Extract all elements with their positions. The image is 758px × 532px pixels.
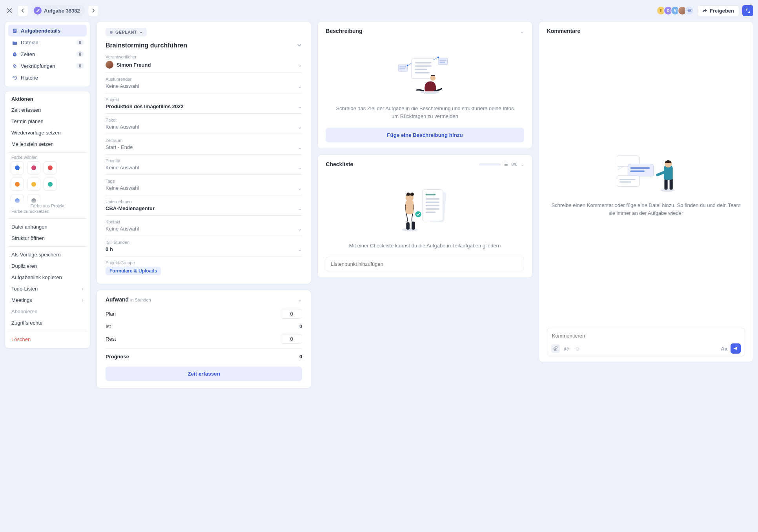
- task-title[interactable]: Brainstorming durchführen: [106, 42, 293, 49]
- color-swatch[interactable]: [11, 161, 24, 174]
- svg-rect-1: [13, 29, 16, 30]
- action-reminder[interactable]: Wiedervorlage setzen: [8, 127, 87, 138]
- field-tags[interactable]: Tags Keine Auswahl⌄: [106, 175, 302, 195]
- nav-history[interactable]: Historie: [8, 72, 87, 84]
- emoji-icon[interactable]: ☺: [573, 344, 582, 353]
- color-swatch[interactable]: [27, 161, 40, 174]
- action-copy-link[interactable]: Aufgabenlink kopieren: [8, 272, 87, 283]
- nav-times[interactable]: Zeiten 0: [8, 48, 87, 60]
- action-meetings[interactable]: Meetings›: [8, 294, 87, 306]
- color-swatch[interactable]: [44, 178, 57, 191]
- action-permissions[interactable]: Zugriffsrechte: [8, 317, 87, 329]
- action-open-structure[interactable]: Struktur öffnen: [8, 232, 87, 244]
- svg-point-44: [661, 189, 675, 192]
- checklist-panel: Checkliste ☰ 0/0 ⌄: [317, 154, 532, 278]
- svg-rect-25: [426, 198, 440, 200]
- svg-rect-42: [620, 179, 636, 180]
- format-toggle[interactable]: Aa: [721, 346, 727, 352]
- action-save-template[interactable]: Als Vorlage speichern: [8, 249, 87, 260]
- field-priority[interactable]: Priorität Keine Auswahl⌄: [106, 154, 302, 175]
- action-todo-lists[interactable]: Todo-Listen›: [8, 283, 87, 294]
- attach-icon[interactable]: [551, 344, 560, 353]
- action-track-time[interactable]: Zeit erfassen: [8, 104, 87, 116]
- chevron-down-icon: ⌄: [298, 83, 302, 89]
- svg-point-34: [406, 192, 410, 196]
- nav-next-button[interactable]: [88, 5, 99, 16]
- checklist-add-input[interactable]: [326, 257, 524, 271]
- field-package[interactable]: Paket Keine Auswahl⌄: [106, 114, 302, 134]
- svg-point-21: [430, 75, 436, 81]
- svg-rect-45: [665, 179, 668, 190]
- effort-plan-input[interactable]: [281, 309, 302, 319]
- checklist-empty-state: Mit einer Checkliste kannst du die Aufga…: [326, 170, 524, 254]
- action-subscribe[interactable]: Abonnieren: [8, 306, 87, 317]
- chevron-down-icon[interactable]: ⌄: [520, 28, 524, 34]
- chevron-down-icon: ⌄: [298, 144, 302, 150]
- mention-icon[interactable]: @: [562, 344, 571, 353]
- status-select[interactable]: GEPLANT: [106, 28, 147, 36]
- svg-rect-39: [630, 167, 650, 169]
- svg-rect-9: [415, 65, 432, 67]
- svg-rect-27: [426, 205, 440, 206]
- nav-label: Aufgabendetails: [21, 28, 60, 34]
- chevron-down-icon: ⌄: [298, 185, 302, 191]
- field-company[interactable]: Unternehmen CBA-Medienagentur⌄: [106, 195, 302, 216]
- action-duplicate[interactable]: Duplizieren: [8, 260, 87, 272]
- svg-rect-5: [14, 52, 15, 52]
- chevron-down-icon[interactable]: ⌄: [521, 162, 524, 167]
- close-button[interactable]: [5, 5, 14, 16]
- chevron-down-icon: ⌄: [298, 226, 302, 232]
- field-period[interactable]: Zeitraum Start - Ende⌄: [106, 134, 302, 154]
- svg-point-6: [110, 31, 113, 33]
- svg-rect-38: [628, 164, 653, 176]
- action-milestone[interactable]: Meilenstein setzen: [8, 138, 87, 150]
- nav-label: Dateien: [21, 40, 38, 45]
- color-swatch[interactable]: [27, 178, 40, 191]
- action-attach-file[interactable]: Datei anhängen: [8, 221, 87, 232]
- expand-button[interactable]: [742, 5, 753, 16]
- svg-rect-24: [426, 194, 436, 195]
- field-project[interactable]: Projekt Produktion des Imagefilms 2022⌄: [106, 93, 302, 114]
- svg-rect-32: [412, 222, 415, 229]
- chevron-down-icon[interactable]: [297, 42, 302, 49]
- nav-task-details[interactable]: Aufgabendetails: [8, 25, 87, 36]
- svg-rect-15: [438, 58, 448, 65]
- nav-files[interactable]: Dateien 0: [8, 36, 87, 48]
- field-contact[interactable]: Kontakt Keine Auswahl⌄: [106, 216, 302, 236]
- group-chip[interactable]: Formulare & Uploads: [106, 267, 161, 275]
- svg-rect-13: [399, 66, 406, 67]
- color-from-project[interactable]: Farbe aus Projekt: [8, 197, 87, 208]
- breadcrumb[interactable]: Aufgabe 38382: [31, 5, 85, 16]
- field-responsible[interactable]: Verantwortlicher Simon Freund ⌄: [106, 51, 302, 73]
- add-description-button[interactable]: Füge eine Beschreibung hinzu: [326, 128, 524, 142]
- chevron-down-icon[interactable]: ⌄: [298, 297, 302, 303]
- chevron-down-icon: ⌄: [298, 205, 302, 211]
- share-icon: [702, 8, 707, 13]
- svg-rect-40: [630, 171, 645, 172]
- send-button[interactable]: [731, 343, 741, 354]
- share-button[interactable]: Freigeben: [697, 5, 739, 16]
- chevron-down-icon: ⌄: [298, 165, 302, 171]
- track-time-button[interactable]: Zeit erfassen: [106, 367, 302, 381]
- checklist-title: Checkliste: [326, 161, 353, 167]
- svg-point-30: [402, 228, 418, 231]
- action-delete[interactable]: Löschen: [8, 334, 87, 345]
- nav-prev-button[interactable]: [17, 5, 28, 16]
- list-icon: ☰: [504, 162, 508, 167]
- color-reset[interactable]: Farbe zurücksetzen: [8, 209, 87, 216]
- task-form: GEPLANT Brainstorming durchführen Verant…: [97, 21, 311, 284]
- effort-rest-input[interactable]: [281, 334, 302, 344]
- avatar-more[interactable]: +5: [685, 6, 694, 15]
- sidebar: Aufgabendetails Dateien 0 Zeiten 0 Verkn…: [5, 21, 90, 349]
- participant-avatars[interactable]: E D V +5: [656, 6, 694, 15]
- nav-links[interactable]: Verknüpfungen 0: [8, 60, 87, 72]
- comment-input[interactable]: [551, 331, 741, 340]
- svg-rect-41: [617, 176, 640, 187]
- checklist-illustration-icon: [392, 182, 458, 236]
- field-actual-hours[interactable]: IST-Stunden 0 h⌄: [106, 236, 302, 256]
- folder-icon: [11, 39, 18, 45]
- color-swatch[interactable]: [44, 161, 57, 174]
- field-executor[interactable]: Ausführender Keine Auswahl⌄: [106, 73, 302, 93]
- color-swatch[interactable]: [11, 178, 24, 191]
- action-schedule[interactable]: Termin planen: [8, 116, 87, 127]
